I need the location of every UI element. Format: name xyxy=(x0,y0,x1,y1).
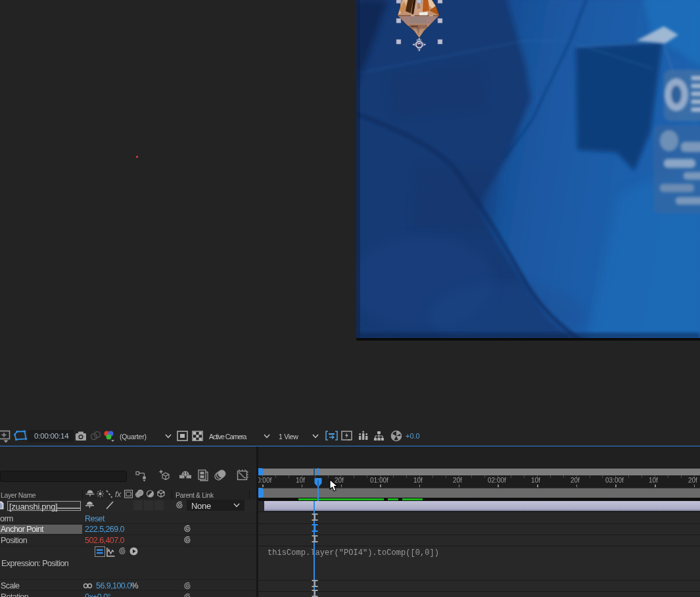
svg-text:fx: fx xyxy=(115,490,122,499)
